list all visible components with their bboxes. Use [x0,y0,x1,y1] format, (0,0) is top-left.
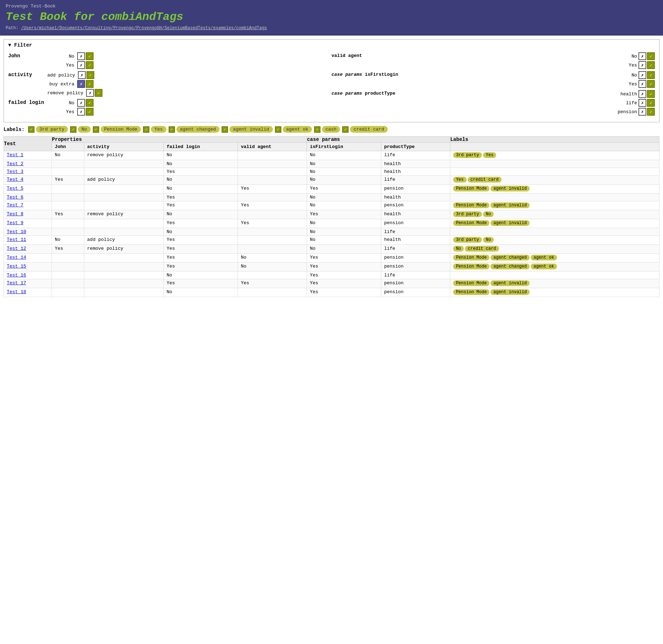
filter-row-activity-removepolicy: remove policy ✗ ✓ [47,89,102,97]
table-row: Test 14YesNoYespensionPension Modeagent … [4,254,659,263]
table-cell-john [52,168,84,176]
label-checkbox-3rdparty[interactable]: ✓ [28,126,35,133]
label-tag: Pension Mode [453,186,489,191]
table-cell-john [52,201,84,210]
table-cell-valid_agent [238,245,307,254]
test-link[interactable]: Test 4 [7,177,23,182]
checkbox-check-validagent-no[interactable]: ✓ [647,52,655,60]
filter-row-label-failedlogin-yes: Yes [47,109,76,115]
table-cell-isFirstLogin: No [307,245,381,254]
table-row: Test 12Yesremove policyYesNolifeNocredit… [4,245,659,254]
checkbox-x-validagent-no[interactable]: ✗ [638,52,646,60]
table-cell-activity [84,194,164,201]
checkbox-check-producttype-pension[interactable]: ✓ [647,108,655,116]
filter-row-label-john-yes: Yes [47,63,76,68]
checkbox-x-activity-buyextra[interactable]: ✗ [77,80,85,88]
filter-row-label-validagent-no: No [616,54,637,59]
checkbox-x-producttype-life[interactable]: ✗ [638,99,646,107]
test-link[interactable]: Test 10 [7,229,26,234]
label-checkbox-pensionmode[interactable]: ✓ [93,126,99,133]
test-link[interactable]: Test 11 [7,237,26,242]
test-link[interactable]: Test 9 [7,220,23,226]
test-link[interactable]: Test 2 [7,161,23,167]
table-col-isfirstlogin: isFirstLogin [307,143,381,151]
test-link[interactable]: Test 8 [7,211,23,217]
table-cell-valid_agent: No [238,254,307,263]
label-item-agentchanged: ✓ agent changed [169,126,219,133]
test-link[interactable]: Test 3 [7,169,23,174]
table-cell-valid_agent: Yes [238,279,307,288]
table-row: Test 9YesYesNopensionPension Modeagent i… [4,219,659,228]
label-checkbox-creditcard[interactable]: ✓ [342,126,349,133]
checkbox-x-john-yes[interactable]: ✗ [77,61,85,69]
checkbox-x-john-no[interactable]: ✗ [77,52,85,60]
checkbox-check-john-yes[interactable]: ✓ [86,61,94,69]
filter-title[interactable]: ▼ Filter [8,42,655,48]
table-cell-labels: 3rd partyNo [450,236,659,245]
checkbox-pair-failedlogin-no: ✗ ✓ [77,99,94,107]
checkbox-x-isfirstlogin-yes[interactable]: ✗ [638,80,646,88]
checkbox-x-validagent-yes[interactable]: ✗ [638,61,646,69]
table-cell-john: Yes [52,210,84,219]
checkbox-x-producttype-pension[interactable]: ✗ [638,108,646,116]
checkbox-check-john-no[interactable]: ✓ [86,52,94,60]
checkbox-x-activity-addpolicy[interactable]: ✗ [78,71,86,79]
checkbox-check-failedlogin-no[interactable]: ✓ [86,99,94,107]
checkbox-pair-activity-buyextra: ✗ ✓ [77,80,94,88]
filter-row-label-activity-buyextra: buy extra [47,81,76,87]
checkbox-check-producttype-life[interactable]: ✓ [647,99,655,107]
table-cell-john [52,254,84,263]
test-link[interactable]: Test 7 [7,202,23,208]
checkbox-x-isfirstlogin-no[interactable]: ✗ [638,71,646,79]
test-link[interactable]: Test 12 [7,246,26,251]
table-header-test: Test [4,137,52,151]
filter-options-activity: add policy ✗ ✓ buy extra ✗ ✓ [47,71,102,97]
table-cell-valid_agent [238,210,307,219]
label-checkbox-yes[interactable]: ✓ [143,126,149,133]
filter-row-validagent-no: No ✗ ✓ [616,52,655,60]
checkbox-check-isfirstlogin-no[interactable]: ✓ [647,71,655,79]
checkbox-x-activity-removepolicy[interactable]: ✗ [86,89,94,97]
test-link[interactable]: Test 14 [7,255,26,260]
label-tag-agentok: agent ok [283,126,312,133]
table-cell-productType: health [381,194,450,201]
label-item-no: ✓ No [70,126,91,133]
table-cell-productType: life [381,228,450,236]
checkbox-check-producttype-health[interactable]: ✓ [647,90,655,98]
table-row: Test 10NoNolife [4,228,659,236]
checkbox-check-activity-addpolicy[interactable]: ✓ [86,71,94,79]
checkbox-x-producttype-health[interactable]: ✗ [638,90,646,98]
test-link[interactable]: Test 6 [7,195,23,200]
checkbox-x-failedlogin-no[interactable]: ✗ [77,99,85,107]
filter-right: valid agent No ✗ ✓ Yes ✗ ✓ [332,51,655,119]
label-checkbox-agentok[interactable]: ✓ [275,126,281,133]
test-link[interactable]: Test 17 [7,280,26,286]
table-cell-isFirstLogin: Yes [307,254,381,263]
checkbox-check-failedlogin-yes[interactable]: ✓ [86,108,94,116]
path-link[interactable]: /Users/michael/Documents/Consulting/Prov… [21,26,267,31]
checkbox-check-activity-removepolicy[interactable]: ✓ [95,89,102,97]
test-link[interactable]: Test 18 [7,289,26,295]
label-checkbox-agentinvalid[interactable]: ✓ [222,126,228,133]
test-link[interactable]: Test 15 [7,264,26,269]
label-checkbox-agentchanged[interactable]: ✓ [169,126,175,133]
label-checkbox-no[interactable]: ✓ [70,126,76,133]
filter-row-label-producttype-life: life [616,100,637,106]
filter-options-validagent: No ✗ ✓ Yes ✗ ✓ [616,52,655,69]
checkbox-pair-failedlogin-yes: ✗ ✓ [77,108,94,116]
filter-row-john-no: No ✗ ✓ [47,52,94,60]
test-link[interactable]: Test 5 [7,186,23,191]
header-title-plain: Test Book for [6,10,101,23]
filter-label-failedlogin: failed login [8,99,47,105]
filter-options-producttype: health ✗ ✓ life ✗ ✓ pens [616,90,655,116]
checkbox-check-isfirstlogin-yes[interactable]: ✓ [647,80,655,88]
table-cell-valid_agent [238,194,307,201]
checkbox-check-activity-buyextra[interactable]: ✓ [86,80,94,88]
table-subheader-row: John activity failed login valid agent i… [4,143,659,151]
checkbox-pair-producttype-health: ✗ ✓ [638,90,655,98]
test-link[interactable]: Test 1 [7,152,23,158]
checkbox-x-failedlogin-yes[interactable]: ✗ [77,108,85,116]
checkbox-check-validagent-yes[interactable]: ✓ [647,61,655,69]
label-checkbox-cash[interactable]: ✓ [314,126,320,133]
test-link[interactable]: Test 16 [7,273,26,278]
